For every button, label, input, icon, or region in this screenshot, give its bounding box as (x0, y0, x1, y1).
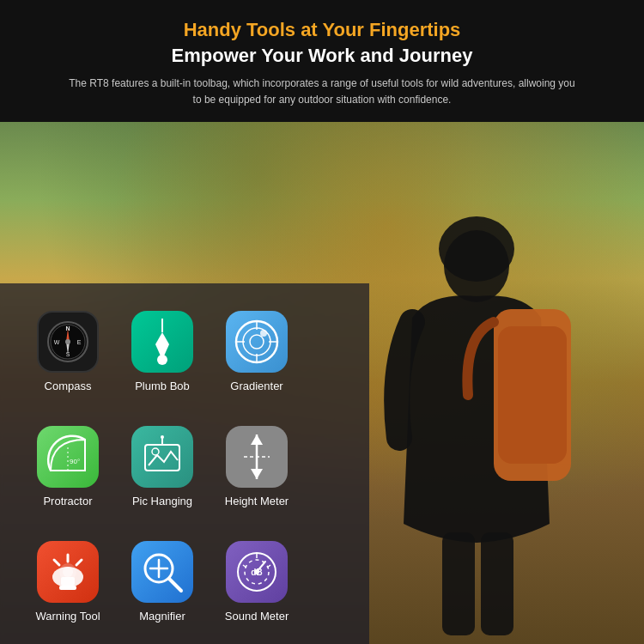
svg-point-30 (152, 448, 159, 455)
protractor-label: Protractor (43, 495, 92, 507)
svg-point-20 (250, 335, 264, 349)
header-description: The RT8 features a built-in toolbag, whi… (64, 76, 580, 108)
tool-item-warning-tool[interactable]: Warning Tool (21, 534, 115, 644)
svg-text:E: E (77, 339, 82, 345)
pic-hanging-label: Pic Hanging (132, 495, 192, 507)
sound-meter-label: Sound Meter (225, 610, 289, 623)
compass-icon: N S E W (37, 311, 99, 373)
svg-point-43 (63, 567, 73, 577)
svg-rect-44 (59, 586, 76, 590)
svg-text:90°: 90° (70, 458, 80, 465)
svg-line-40 (76, 560, 82, 565)
svg-line-46 (169, 579, 181, 591)
warning-tool-icon (37, 541, 99, 603)
svg-point-21 (260, 330, 267, 337)
magnifier-label: Magnifier (139, 610, 185, 623)
tool-item-height-meter[interactable]: Height Meter (210, 419, 304, 531)
sound-meter-icon: dB (226, 541, 288, 603)
svg-rect-5 (481, 532, 513, 635)
tool-item-gradienter[interactable]: Gradienter (210, 304, 304, 416)
header-title-white: Empower Your Work and Journey (34, 45, 610, 67)
svg-rect-4 (442, 532, 475, 635)
compass-label: Compass (45, 380, 92, 392)
tool-item-magnifier[interactable]: Magnifier (115, 534, 210, 644)
plumb-bob-icon (131, 311, 193, 373)
svg-point-17 (157, 355, 167, 365)
tool-item-pic-hanging[interactable]: Pic Hanging (115, 419, 210, 531)
height-meter-icon (226, 426, 288, 488)
svg-rect-29 (145, 445, 179, 471)
gradienter-icon (226, 311, 288, 373)
tool-item-compass[interactable]: N S E W Compass (21, 304, 115, 416)
page-wrapper: Handy Tools at Your Fingertips Empower Y… (0, 0, 644, 644)
tool-item-sound-meter[interactable]: dB Sound Meter (210, 534, 304, 644)
svg-line-41 (54, 560, 59, 565)
svg-point-54 (254, 569, 259, 574)
person-silhouette (343, 197, 618, 644)
warning-tool-label: Warning Tool (35, 610, 100, 623)
content-section: N S E W Compass Plumb Bob Gradienter 90°… (0, 122, 644, 644)
tools-panel: N S E W Compass Plumb Bob Gradienter 90°… (0, 283, 369, 644)
protractor-icon: 90° (37, 426, 99, 488)
pic-hanging-icon (131, 426, 193, 488)
svg-point-32 (161, 435, 164, 439)
svg-rect-3 (498, 326, 567, 464)
svg-marker-35 (251, 469, 263, 479)
svg-text:W: W (54, 339, 60, 345)
svg-point-14 (65, 339, 70, 344)
gradienter-label: Gradienter (230, 380, 283, 392)
svg-point-1 (439, 216, 514, 282)
header-section: Handy Tools at Your Fingertips Empower Y… (0, 0, 644, 122)
tool-item-protractor[interactable]: 90° Protractor (21, 419, 115, 531)
plumb-bob-label: Plumb Bob (135, 380, 190, 392)
tool-item-plumb-bob[interactable]: Plumb Bob (115, 304, 210, 416)
height-meter-label: Height Meter (225, 495, 289, 507)
tools-grid: N S E W Compass Plumb Bob Gradienter 90°… (21, 304, 352, 644)
svg-marker-34 (251, 434, 263, 445)
magnifier-icon (131, 541, 193, 603)
header-title-yellow: Handy Tools at Your Fingertips (34, 19, 610, 41)
